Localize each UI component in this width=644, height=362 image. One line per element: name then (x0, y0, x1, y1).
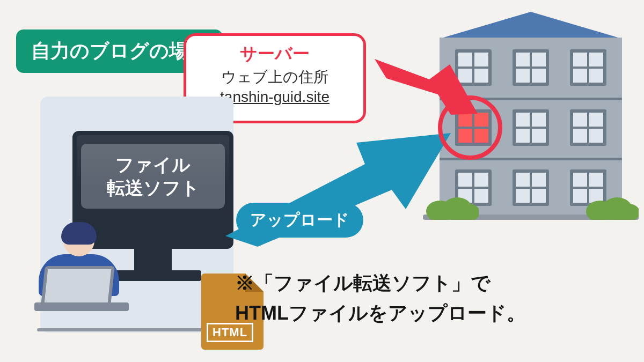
roof-icon (431, 12, 630, 38)
caption-line1: ※「ファイル転送ソフト」で (235, 272, 491, 294)
caption-line2: HTMLファイルをアップロード。 (235, 302, 526, 324)
laptop-icon (29, 266, 136, 322)
screen-line1: ファイル (115, 154, 191, 175)
target-circle-icon (438, 95, 502, 160)
screen-line2: 転送ソフト (107, 178, 200, 198)
bush-icon (425, 195, 479, 220)
server-title: サーバー (192, 42, 358, 66)
server-subtitle: ウェブ上の住所 (192, 67, 358, 87)
caption-text: ※「ファイル転送ソフト」で HTMLファイルをアップロード。 (235, 268, 526, 328)
upload-badge: アップロード (236, 203, 363, 238)
person-icon (39, 225, 136, 322)
bush-icon (585, 195, 639, 220)
